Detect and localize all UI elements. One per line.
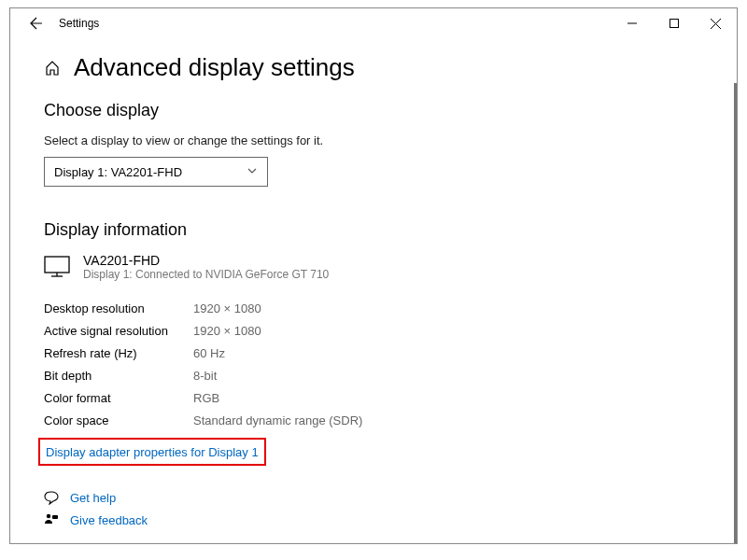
choose-display-hint: Select a display to view or change the s… (44, 133, 703, 147)
close-button[interactable] (695, 9, 737, 37)
monitor-icon (44, 256, 70, 278)
settings-window: Settings (9, 7, 738, 544)
info-label: Desktop resolution (44, 298, 193, 320)
info-label: Bit depth (44, 365, 193, 387)
info-row: Refresh rate (Hz) 60 Hz (44, 343, 703, 365)
chevron-down-icon (247, 165, 258, 179)
info-row: Desktop resolution 1920 × 1080 (44, 298, 703, 320)
info-value: 1920 × 1080 (193, 320, 261, 343)
info-value: 8-bit (193, 365, 217, 387)
svg-point-7 (47, 514, 50, 518)
info-value: Standard dynamic range (SDR) (193, 410, 362, 432)
info-label: Active signal resolution (44, 320, 193, 343)
maximize-button[interactable] (653, 9, 695, 37)
close-icon (711, 19, 721, 29)
choose-display-heading: Choose display (44, 101, 703, 120)
display-select-value: Display 1: VA2201-FHD (54, 165, 182, 179)
get-help-link[interactable]: Get help (70, 491, 116, 505)
monitor-connection: Display 1: Connected to NVIDIA GeForce G… (83, 268, 329, 281)
title-bar: Settings (10, 8, 737, 38)
maximize-icon (669, 19, 679, 28)
info-label: Color space (44, 410, 193, 432)
content-area: Advanced display settings Choose display… (10, 38, 737, 527)
home-icon (44, 60, 61, 77)
back-arrow-icon (29, 16, 44, 31)
info-value: RGB (193, 387, 219, 410)
page-header: Advanced display settings (44, 53, 703, 82)
window-controls (611, 9, 737, 37)
monitor-name: VA2201-FHD (83, 253, 329, 268)
svg-rect-4 (45, 257, 69, 273)
info-row: Color format RGB (44, 387, 703, 410)
info-label: Color format (44, 387, 193, 410)
svg-rect-8 (52, 515, 58, 519)
feedback-icon (44, 512, 59, 527)
back-button[interactable] (25, 12, 48, 35)
info-row: Active signal resolution 1920 × 1080 (44, 320, 703, 343)
info-value: 60 Hz (193, 343, 225, 365)
footer-links: Get help Give feedback (44, 490, 703, 527)
minimize-icon (627, 19, 637, 28)
monitor-summary: VA2201-FHD Display 1: Connected to NVIDI… (44, 253, 703, 281)
give-feedback-row: Give feedback (44, 512, 703, 527)
page-title: Advanced display settings (74, 53, 355, 82)
highlight-annotation: Display adapter properties for Display 1 (38, 438, 266, 466)
info-row: Bit depth 8-bit (44, 365, 703, 387)
svg-rect-1 (669, 20, 678, 28)
home-button[interactable] (44, 60, 61, 77)
window-title: Settings (59, 17, 99, 30)
scrollbar[interactable] (733, 83, 737, 543)
scrollbar-thumb[interactable] (734, 83, 737, 543)
display-adapter-properties-link[interactable]: Display adapter properties for Display 1 (46, 445, 259, 459)
minimize-button[interactable] (611, 9, 653, 37)
help-icon (44, 490, 59, 505)
get-help-row: Get help (44, 490, 703, 505)
give-feedback-link[interactable]: Give feedback (70, 513, 148, 527)
info-row: Color space Standard dynamic range (SDR) (44, 410, 703, 432)
display-information-heading: Display information (44, 220, 703, 240)
display-select[interactable]: Display 1: VA2201-FHD (44, 157, 268, 187)
info-label: Refresh rate (Hz) (44, 343, 193, 365)
display-info-table: Desktop resolution 1920 × 1080 Active si… (44, 298, 703, 432)
info-value: 1920 × 1080 (193, 298, 261, 320)
